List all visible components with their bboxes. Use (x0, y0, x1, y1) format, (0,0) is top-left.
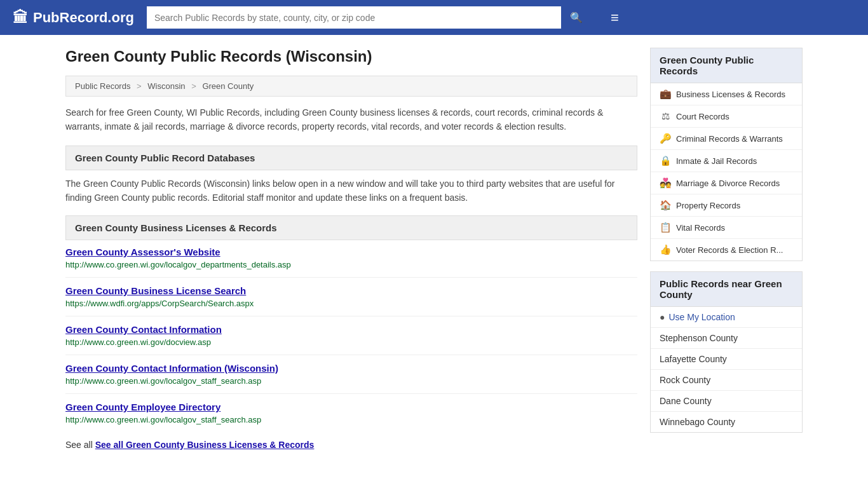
breadcrumb: Public Records > Wisconsin > Green Count… (65, 76, 637, 97)
search-button[interactable]: 🔍 (561, 6, 592, 29)
sidebar-record-item[interactable]: 💑Marriage & Divorce Records (651, 172, 802, 194)
record-url[interactable]: http://www.co.green.wi.gov/localgov_staf… (65, 415, 261, 424)
sidebar-nearby-box: Public Records near Green County ●Use My… (650, 271, 803, 433)
sidebar-record-item[interactable]: ⚖Court Records (651, 105, 802, 128)
see-all: See all See all Green County Business Li… (65, 440, 637, 450)
sidebar-record-icon: 👍 (660, 244, 671, 255)
sidebar-record-icon: 🔒 (660, 155, 671, 166)
sidebar-record-label: Vital Records (676, 223, 725, 233)
record-title[interactable]: Green County Contact Information (65, 324, 637, 335)
intro-text: Search for free Green County, WI Public … (65, 105, 637, 134)
use-location-label: Use My Location (668, 312, 735, 322)
use-location-item[interactable]: ●Use My Location (651, 307, 802, 328)
breadcrumb-public-records[interactable]: Public Records (75, 81, 130, 91)
sidebar: Green County Public Records 💼Business Li… (650, 48, 803, 450)
sidebar-record-icon: 🔑 (660, 133, 671, 144)
search-icon: 🔍 (570, 12, 583, 23)
record-url[interactable]: http://www.co.green.wi.gov/localgov_depa… (65, 260, 291, 269)
sidebar-record-label: Criminal Records & Warrants (676, 134, 783, 144)
sidebar-nearby-header: Public Records near Green County (651, 272, 802, 307)
record-entry: Green County Contact Information (Wiscon… (65, 363, 637, 394)
search-input[interactable] (147, 6, 561, 29)
sidebar-record-label: Inmate & Jail Records (676, 156, 757, 166)
db-section-header: Green County Public Record Databases (65, 146, 637, 170)
sidebar-record-icon: 📋 (660, 222, 671, 233)
sidebar-record-icon: 🏠 (660, 200, 671, 211)
breadcrumb-sep-1: > (137, 81, 144, 91)
search-bar: 🔍 (147, 6, 592, 29)
business-section-header: Green County Business Licenses & Records (65, 215, 637, 240)
record-url[interactable]: https://www.wdfi.org/apps/CorpSearch/Sea… (65, 299, 254, 308)
sidebar-records-box: Green County Public Records 💼Business Li… (650, 48, 803, 261)
sidebar-record-item[interactable]: 📋Vital Records (651, 217, 802, 239)
sidebar-record-label: Property Records (676, 201, 740, 210)
record-url[interactable]: http://www.co.green.wi.gov/localgov_staf… (65, 376, 261, 386)
record-entry: Green County Business License Search htt… (65, 285, 637, 316)
site-logo[interactable]: 🏛 PubRecord.org (13, 9, 134, 27)
record-title[interactable]: Green County Employee Directory (65, 402, 637, 412)
main-content: Green County Public Records (Wisconsin) … (65, 48, 637, 450)
logo-text: PubRecord.org (33, 10, 134, 26)
records-list: Green County Assessor's Website http://w… (65, 247, 637, 432)
sidebar-record-icon: 💑 (660, 177, 671, 189)
record-entry: Green County Assessor's Website http://w… (65, 247, 637, 278)
nearby-county-item[interactable]: Stephenson County (651, 328, 802, 349)
location-icon: ● (660, 312, 665, 322)
breadcrumb-wisconsin[interactable]: Wisconsin (147, 81, 185, 91)
sidebar-record-icon: ⚖ (660, 111, 671, 122)
page-title: Green County Public Records (Wisconsin) (65, 48, 637, 65)
sidebar-nearby-list: ●Use My LocationStephenson CountyLafayet… (651, 307, 802, 432)
db-section-desc: The Green County Public Records (Wiscons… (65, 177, 637, 205)
record-entry: Green County Employee Directory http://w… (65, 402, 637, 432)
sidebar-record-label: Voter Records & Election R... (676, 245, 783, 255)
sidebar-record-item[interactable]: 🏠Property Records (651, 194, 802, 217)
nearby-county-item[interactable]: Dane County (651, 391, 802, 412)
record-title[interactable]: Green County Contact Information (Wiscon… (65, 363, 637, 374)
record-url[interactable]: http://www.co.green.wi.gov/docview.asp (65, 337, 211, 347)
breadcrumb-sep-2: > (191, 81, 198, 91)
nearby-county-item[interactable]: Winnebago County (651, 412, 802, 432)
see-all-link[interactable]: See all Green County Business Licenses &… (95, 440, 315, 450)
sidebar-record-item[interactable]: 💼Business Licenses & Records (651, 83, 802, 105)
sidebar-record-item[interactable]: 🔒Inmate & Jail Records (651, 150, 802, 172)
sidebar-record-item[interactable]: 🔑Criminal Records & Warrants (651, 128, 802, 150)
sidebar-records-header: Green County Public Records (651, 48, 802, 83)
nearby-county-item[interactable]: Rock County (651, 370, 802, 391)
site-header: 🏛 PubRecord.org 🔍 ≡ (0, 0, 868, 35)
nearby-county-item[interactable]: Lafayette County (651, 349, 802, 370)
logo-icon: 🏛 (13, 9, 28, 27)
sidebar-record-icon: 💼 (660, 88, 671, 100)
main-container: Green County Public Records (Wisconsin) … (53, 35, 815, 463)
sidebar-records-list: 💼Business Licenses & Records⚖Court Recor… (651, 83, 802, 261)
sidebar-record-label: Business Licenses & Records (676, 90, 785, 99)
sidebar-record-label: Marriage & Divorce Records (676, 179, 780, 188)
sidebar-record-item[interactable]: 👍Voter Records & Election R... (651, 239, 802, 261)
menu-button[interactable]: ≡ (611, 10, 619, 26)
record-entry: Green County Contact Information http://… (65, 324, 637, 355)
sidebar-record-label: Court Records (676, 112, 729, 121)
record-title[interactable]: Green County Assessor's Website (65, 247, 637, 257)
record-title[interactable]: Green County Business License Search (65, 285, 637, 296)
breadcrumb-green-county[interactable]: Green County (202, 81, 254, 91)
